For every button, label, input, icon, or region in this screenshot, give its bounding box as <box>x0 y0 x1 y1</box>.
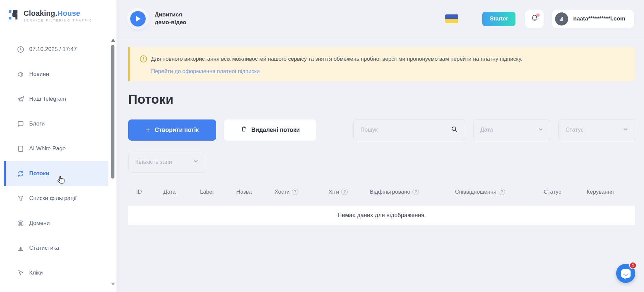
trash-icon <box>241 126 247 134</box>
sidebar-item-streams[interactable]: Потоки <box>4 161 108 186</box>
help-icon[interactable]: ? <box>341 189 348 195</box>
streams-sync-icon <box>16 169 24 178</box>
plus-icon: + <box>146 126 150 134</box>
column-status: Статус <box>544 189 561 195</box>
trial-warning-banner: ! Для повного використання всіх можливос… <box>128 47 635 81</box>
column-hits: Хіти? <box>329 189 348 195</box>
chat-unread-badge: 1 <box>629 262 637 269</box>
chevron-down-icon <box>538 127 543 134</box>
help-icon[interactable]: ? <box>499 189 505 195</box>
streams-table-header: ID Дата Label Назва Хости? Хіти? Відфіль… <box>128 184 635 200</box>
sidebar-item-statistics[interactable]: Статистика <box>4 236 108 260</box>
scrollbar-thumb[interactable] <box>111 45 114 179</box>
chevron-down-icon <box>623 127 628 134</box>
cursor-icon <box>16 269 24 277</box>
sidebar-item-date[interactable]: 07.10.2025 / 17:47 <box>4 37 108 62</box>
logo-title: Cloaking.House <box>23 9 93 18</box>
search-icon <box>451 126 458 134</box>
app-root: Cloaking.House SERVICE FILTERING TRAFFIC… <box>0 0 644 292</box>
search-input[interactable] <box>360 127 451 133</box>
column-id: ID <box>136 189 142 195</box>
page-title: Потоки <box>128 92 635 107</box>
language-flag-ukraine[interactable] <box>445 14 458 23</box>
scroll-down-arrow-icon[interactable] <box>111 283 115 286</box>
sidebar-scrollbar[interactable] <box>111 38 115 292</box>
column-label: Label <box>200 189 213 195</box>
per-page-select[interactable]: Кількість запи <box>128 152 205 173</box>
user-email: naata**********l.com <box>573 15 625 22</box>
scroll-up-arrow-icon[interactable] <box>111 39 115 42</box>
status-filter-select[interactable]: Статус <box>558 119 635 140</box>
topbar: Дивитися демо-відео Starter <box>117 0 644 38</box>
demo-video-play-button[interactable] <box>130 11 146 27</box>
table-empty-state: Немає даних для відображення. <box>128 206 635 225</box>
upgrade-subscription-link[interactable]: Перейти до оформлення платної підписки <box>151 68 260 75</box>
sidebar-item-ai-white-page[interactable]: AI White Page <box>4 136 108 161</box>
bar-chart-icon <box>16 244 24 252</box>
help-icon[interactable]: ? <box>412 189 419 195</box>
notification-dot <box>536 13 540 17</box>
notifications-button[interactable] <box>525 10 544 28</box>
user-account-button[interactable]: naata**********l.com <box>552 10 634 28</box>
plan-starter-button[interactable]: Starter <box>482 12 515 26</box>
column-actions: Керування <box>587 189 614 195</box>
deleted-streams-button[interactable]: Видалені потоки <box>224 119 316 141</box>
domain-icon <box>16 219 24 227</box>
column-filtered: Відфільтровано? <box>370 189 419 195</box>
help-icon[interactable]: ? <box>292 189 298 195</box>
create-stream-button[interactable]: + Створити потік <box>128 119 216 141</box>
avatar <box>555 12 568 26</box>
page-icon <box>16 145 24 153</box>
telegram-icon <box>16 95 24 103</box>
megaphone-icon <box>16 70 24 78</box>
column-name: Назва <box>236 189 252 195</box>
chat-bubble-icon <box>16 120 24 128</box>
chevron-down-icon <box>193 158 198 165</box>
sidebar-item-telegram[interactable]: Наш Telegram <box>4 87 108 111</box>
sidebar-nav: 07.10.2025 / 17:47 Новини Наш Telegram Б… <box>0 37 116 285</box>
sidebar-item-blogs[interactable]: Блоги <box>4 111 108 136</box>
clock-icon <box>16 45 24 53</box>
main-area: Дивитися демо-відео Starter <box>117 0 644 292</box>
sidebar-item-filter-lists[interactable]: Списки фільтрації <box>4 186 108 211</box>
warning-icon: ! <box>140 55 147 62</box>
funnel-icon <box>16 194 24 202</box>
logo-icon <box>8 9 20 22</box>
per-page-row: Кількість запи <box>128 152 635 173</box>
column-ratio: Співвідношення? <box>455 189 505 195</box>
demo-video-label[interactable]: Дивитися демо-відео <box>155 11 186 27</box>
sidebar-item-clicks[interactable]: Кліки <box>4 260 108 285</box>
column-hosts: Хости? <box>275 189 298 195</box>
content: ! Для повного використання всіх можливос… <box>117 38 644 225</box>
logo-tagline: SERVICE FILTERING TRAFFIC <box>23 19 93 22</box>
actions-row: + Створити потік Видалені потоки <box>128 119 635 141</box>
logo[interactable]: Cloaking.House SERVICE FILTERING TRAFFIC <box>0 0 116 22</box>
play-icon <box>136 16 141 21</box>
chat-widget-button[interactable]: 1 <box>616 264 635 283</box>
sidebar-item-domains[interactable]: Домени <box>4 211 108 236</box>
sidebar-item-news[interactable]: Новини <box>4 62 108 87</box>
sidebar: Cloaking.House SERVICE FILTERING TRAFFIC… <box>0 0 117 292</box>
banner-text: Для повного використання всіх можливосте… <box>151 55 522 63</box>
column-date: Дата <box>163 189 176 195</box>
date-filter-select[interactable]: Дата <box>473 119 550 140</box>
search-field[interactable] <box>353 119 465 140</box>
chat-bubble-icon <box>621 269 631 278</box>
